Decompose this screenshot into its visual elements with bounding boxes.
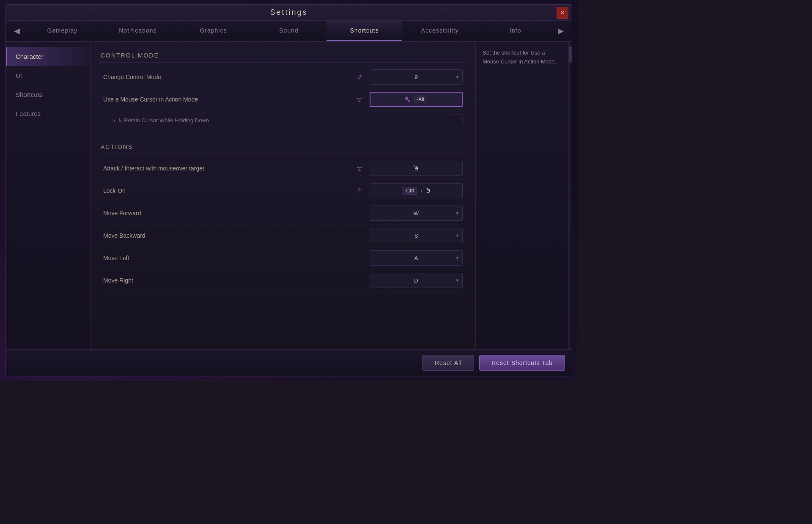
- trash-attack-button[interactable]: 🗑: [354, 162, 365, 174]
- dropdown-arrow-icon: ▼: [455, 255, 460, 261]
- sidebar-item-features[interactable]: Features: [6, 104, 90, 123]
- close-icon: ✕: [560, 9, 565, 16]
- scrollbar-thumb: [569, 46, 572, 63]
- move-backward-label: Move Backward: [103, 232, 365, 239]
- mouse-cursor-label: Use a Mouse Cursor in Action Mode: [103, 96, 349, 103]
- lockon-keybind[interactable]: ·Ctrl + 🖱: [370, 183, 463, 198]
- sidebar-item-shortcuts[interactable]: Shortcuts: [6, 85, 90, 104]
- change-control-mode-label: Change Control Mode: [103, 74, 349, 80]
- mouse-cursor-keybind[interactable]: ↖ ·Alt: [370, 92, 463, 107]
- tab-gameplay[interactable]: Gameplay: [25, 21, 100, 41]
- shortcut-row-move-left: Move Left A ▼: [99, 247, 467, 269]
- move-forward-keybind[interactable]: W ▼: [370, 206, 463, 221]
- move-right-keybind[interactable]: D ▼: [370, 273, 463, 288]
- sidebar-item-ui[interactable]: UI: [6, 66, 90, 85]
- tab-nav-right[interactable]: ▶: [553, 21, 568, 41]
- shortcut-row-lockon: Lock-On 🗑 ·Ctrl + 🖱: [99, 180, 467, 202]
- sidebar-item-character[interactable]: Character: [6, 47, 90, 66]
- content-area: Control Mode Change Control Mode ↺ 9 ▼ U…: [91, 42, 475, 349]
- title-bar: Settings ✕: [6, 5, 572, 21]
- dropdown-arrow-icon: ▼: [455, 278, 460, 283]
- tab-accessibility[interactable]: Accessibility: [402, 21, 478, 41]
- window-title: Settings: [270, 8, 307, 17]
- shortcut-row-mouse-cursor: Use a Mouse Cursor in Action Mode 🗑 ↖ ·A…: [99, 88, 467, 111]
- tab-sound[interactable]: Sound: [251, 21, 327, 41]
- bottom-bar: Reset All Reset Shortcuts Tab: [6, 349, 572, 376]
- info-panel: Set the shortcut for Use a Mouse Cursor …: [475, 42, 568, 349]
- main-content: Character UI Shortcuts Features Control …: [6, 42, 572, 349]
- tab-shortcuts[interactable]: Shortcuts: [326, 21, 402, 41]
- tab-graphics[interactable]: Graphics: [176, 21, 251, 41]
- tab-info[interactable]: Info: [477, 21, 553, 41]
- dropdown-arrow-icon: ▼: [455, 233, 460, 238]
- change-control-mode-keybind[interactable]: 9 ▼: [370, 69, 463, 85]
- shortcut-row-attack: Attack / Interact with mouseover target …: [99, 157, 467, 180]
- tab-nav-left[interactable]: ◀: [9, 21, 25, 41]
- attack-label: Attack / Interact with mouseover target: [103, 165, 349, 172]
- retain-cursor-label: ↳ ↳ Retain Cursor While Holding Down: [103, 117, 447, 123]
- shortcut-row-move-right: Move Right D ▼: [99, 269, 467, 292]
- reset-control-mode-button[interactable]: ↺: [354, 71, 365, 83]
- tab-notifications[interactable]: Notifications: [100, 21, 176, 41]
- retain-cursor-keybind[interactable]: [451, 114, 463, 126]
- actions-header: Actions: [99, 140, 467, 154]
- move-right-label: Move Right: [103, 277, 365, 284]
- dropdown-arrow-icon: ▼: [455, 74, 460, 80]
- settings-window: Settings ✕ ◀ Gameplay Notifications Grap…: [5, 4, 572, 376]
- reset-shortcuts-tab-button[interactable]: Reset Shortcuts Tab: [479, 355, 565, 371]
- reset-all-button[interactable]: Reset All: [422, 355, 474, 371]
- info-panel-text: Set the shortcut for Use a Mouse Cursor …: [483, 49, 556, 65]
- dropdown-arrow-icon: ▼: [455, 211, 460, 216]
- tab-bar: ◀ Gameplay Notifications Graphics Sound …: [6, 21, 572, 42]
- actions-section: Actions Attack / Interact with mouseover…: [99, 140, 467, 292]
- lockon-label: Lock-On: [103, 187, 349, 194]
- arrow-left-icon: ◀: [14, 26, 20, 36]
- shortcut-row-retain-cursor: ↳ ↳ Retain Cursor While Holding Down: [99, 111, 467, 130]
- move-left-label: Move Left: [103, 255, 365, 261]
- trash-mouse-cursor-button[interactable]: 🗑: [354, 93, 365, 105]
- move-backward-keybind[interactable]: S ▼: [370, 228, 463, 243]
- right-scrollbar[interactable]: [568, 42, 572, 349]
- control-mode-header: Control Mode: [99, 49, 467, 63]
- sidebar: Character UI Shortcuts Features: [6, 42, 91, 349]
- arrow-right-icon: ▶: [558, 26, 564, 36]
- shortcut-row-change-control-mode: Change Control Mode ↺ 9 ▼: [99, 66, 467, 88]
- control-mode-section: Control Mode Change Control Mode ↺ 9 ▼ U…: [99, 49, 467, 130]
- close-button[interactable]: ✕: [557, 7, 568, 19]
- trash-lockon-button[interactable]: 🗑: [354, 185, 365, 197]
- attack-keybind[interactable]: 🖱: [370, 161, 463, 176]
- move-forward-label: Move Forward: [103, 210, 365, 217]
- shortcut-row-move-backward: Move Backward S ▼: [99, 225, 467, 247]
- shortcut-row-move-forward: Move Forward W ▼: [99, 202, 467, 225]
- move-left-keybind[interactable]: A ▼: [370, 250, 463, 266]
